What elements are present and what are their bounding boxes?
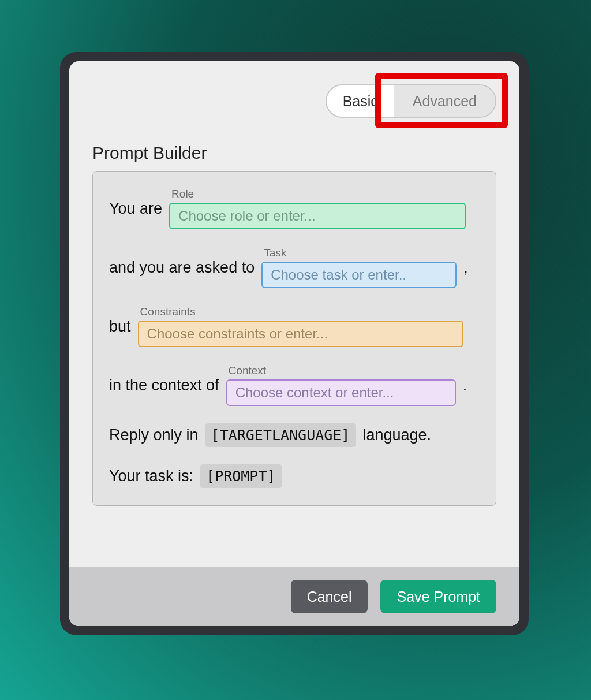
- text-language: language.: [362, 426, 431, 444]
- modal-body: Basic Advanced Prompt Builder You are Ro…: [69, 61, 519, 567]
- constraints-input[interactable]: Choose constraints or enter...: [138, 321, 463, 347]
- tab-basic[interactable]: Basic: [327, 85, 394, 117]
- chip-prompt: [PROMPT]: [200, 464, 281, 488]
- label-constraints: Constraints: [140, 306, 463, 318]
- text-you-are: You are: [109, 200, 162, 218]
- text-period: .: [463, 377, 467, 394]
- label-context: Context: [229, 364, 456, 377]
- text-asked-to: and you are asked to: [109, 259, 255, 277]
- tab-row: Basic Advanced: [92, 84, 496, 126]
- task-input[interactable]: Choose task or enter..: [261, 262, 457, 288]
- role-input[interactable]: Choose role or enter...: [169, 203, 466, 229]
- label-role: Role: [171, 188, 466, 200]
- save-prompt-button[interactable]: Save Prompt: [380, 580, 496, 613]
- chip-targetlanguage: [TARGETLANGUAGE]: [205, 423, 356, 447]
- tab-advanced[interactable]: Advanced: [394, 85, 495, 117]
- text-comma: ,: [463, 259, 468, 277]
- context-input[interactable]: Choose context or enter...: [226, 379, 456, 406]
- text-context-of: in the context of: [109, 377, 219, 394]
- modal-frame: Basic Advanced Prompt Builder You are Ro…: [60, 52, 529, 635]
- text-but: but: [109, 318, 131, 336]
- modal-footer: Cancel Save Prompt: [69, 567, 519, 626]
- tab-segment: Basic Advanced: [326, 84, 496, 118]
- cancel-button[interactable]: Cancel: [291, 580, 368, 613]
- label-task: Task: [264, 247, 457, 259]
- page-title: Prompt Builder: [92, 143, 496, 163]
- prompt-builder-panel: You are Role Choose role or enter... and…: [92, 171, 496, 506]
- text-reply-only: Reply only in: [109, 426, 199, 444]
- modal: Basic Advanced Prompt Builder You are Ro…: [69, 61, 519, 626]
- text-your-task: Your task is:: [109, 467, 193, 485]
